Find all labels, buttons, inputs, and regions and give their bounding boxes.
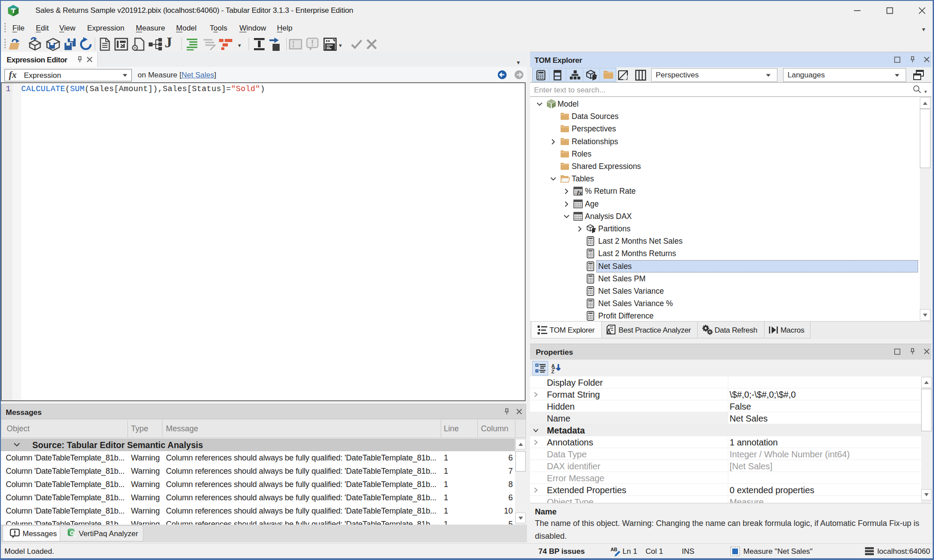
- svg-text:Z: Z: [551, 369, 554, 374]
- svg-text:A: A: [551, 363, 555, 368]
- svg-text:fx: fx: [577, 190, 582, 196]
- svg-text:AB: AB: [611, 547, 618, 552]
